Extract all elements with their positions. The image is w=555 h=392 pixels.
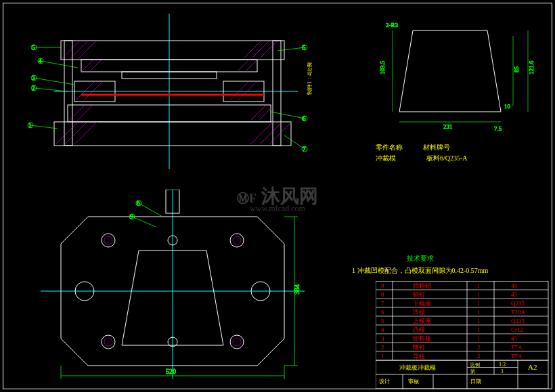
svg-text:挡料销: 挡料销 bbox=[413, 282, 431, 289]
svg-point-67 bbox=[233, 338, 241, 346]
svg-line-11 bbox=[62, 41, 80, 58]
svg-text:T7A: T7A bbox=[511, 344, 523, 351]
part-material: 板料6/Q235-A bbox=[426, 153, 468, 164]
svg-text:T7A: T7A bbox=[511, 353, 523, 360]
svg-point-58 bbox=[102, 234, 115, 247]
svg-text:1: 1 bbox=[477, 291, 481, 298]
svg-line-29 bbox=[230, 81, 249, 100]
svg-line-46 bbox=[271, 112, 305, 118]
dim-85: 85 bbox=[513, 66, 520, 73]
svg-text:2: 2 bbox=[477, 344, 481, 351]
svg-marker-79 bbox=[399, 30, 501, 112]
design-label: 设计 bbox=[379, 378, 390, 385]
svg-line-25 bbox=[237, 60, 249, 72]
part-info-block: 零件名称 材料牌号 冲裁模 板料6/Q235-A bbox=[376, 142, 468, 164]
leader-9: 9 bbox=[130, 213, 133, 220]
svg-text:45: 45 bbox=[511, 291, 518, 298]
drawing-title: 冲裁板冲裁模 bbox=[399, 364, 436, 371]
format-value: A2 bbox=[528, 363, 537, 371]
svg-line-12 bbox=[70, 41, 88, 58]
svg-line-31 bbox=[69, 105, 85, 121]
svg-text:45: 45 bbox=[511, 335, 518, 342]
svg-text:1: 1 bbox=[477, 282, 481, 289]
svg-point-61 bbox=[230, 335, 244, 349]
section-scale-label: 制件1：4比例 bbox=[307, 62, 313, 95]
svg-text:导柱: 导柱 bbox=[413, 353, 425, 360]
dim-1035: 103.5 bbox=[379, 60, 386, 74]
svg-point-60 bbox=[102, 335, 115, 349]
svg-line-48 bbox=[284, 135, 305, 149]
tech-req-title: 技术要求 bbox=[352, 254, 488, 263]
sheet-value: 1 bbox=[501, 368, 504, 374]
svg-text:T10A: T10A bbox=[511, 309, 525, 315]
svg-line-42 bbox=[30, 125, 58, 129]
svg-line-14 bbox=[244, 41, 261, 58]
svg-line-24 bbox=[89, 60, 102, 72]
svg-rect-9 bbox=[64, 41, 72, 146]
leader-6: 6 bbox=[303, 115, 306, 122]
svg-text:螺钉: 螺钉 bbox=[413, 344, 425, 351]
svg-text:5: 5 bbox=[381, 318, 384, 324]
svg-line-19 bbox=[74, 122, 97, 144]
title-block: 冲裁板冲裁模 比例 1:2 第 1 A2 设计 审核 日期 bbox=[376, 360, 552, 389]
svg-line-28 bbox=[84, 81, 103, 100]
svg-text:1: 1 bbox=[381, 353, 384, 360]
svg-text:卸料板: 卸料板 bbox=[413, 335, 431, 342]
svg-text:凸模: 凸模 bbox=[413, 326, 425, 333]
svg-point-64 bbox=[104, 236, 112, 244]
svg-text:上模座: 上模座 bbox=[413, 318, 431, 324]
svg-text:45: 45 bbox=[511, 282, 518, 289]
svg-point-59 bbox=[230, 234, 244, 247]
scale-value: 1:2 bbox=[499, 362, 506, 368]
svg-text:销钉: 销钉 bbox=[412, 291, 425, 298]
svg-text:3: 3 bbox=[381, 335, 384, 342]
dim-75: 7.5 bbox=[494, 125, 502, 132]
leader-4: 4 bbox=[39, 58, 42, 64]
svg-text:8: 8 bbox=[381, 291, 384, 298]
svg-line-16 bbox=[260, 41, 278, 58]
svg-text:2: 2 bbox=[381, 344, 384, 351]
svg-text:1: 1 bbox=[477, 309, 481, 315]
svg-line-40 bbox=[34, 88, 68, 91]
section-view: 5 3 2 1 5 6 7 4 制件1：4比例 bbox=[14, 14, 325, 169]
svg-line-33 bbox=[250, 105, 266, 121]
leader-1: 1 bbox=[28, 122, 32, 129]
svg-rect-10 bbox=[273, 41, 281, 146]
part-material-label: 材料牌号 bbox=[423, 142, 450, 153]
svg-rect-2 bbox=[61, 41, 284, 60]
svg-text:下模座: 下模座 bbox=[413, 300, 431, 307]
svg-text:7: 7 bbox=[381, 300, 384, 307]
bom-table: 9挡料销1458销钉1457下模座1Q2356凹模1T10A5上模座1Q2354… bbox=[376, 281, 552, 361]
scale-label: 比例 bbox=[470, 362, 480, 368]
part-name: 冲裁模 bbox=[376, 153, 396, 164]
svg-point-65 bbox=[233, 236, 241, 244]
sheet-label: 第 bbox=[470, 369, 475, 374]
part-profile: 2-R3 103.5 85 121.6 231 7.5 10 bbox=[365, 17, 541, 139]
svg-text:9: 9 bbox=[381, 282, 384, 289]
leader-7: 7 bbox=[303, 146, 306, 152]
svg-text:凹模: 凹模 bbox=[413, 309, 425, 315]
svg-line-23 bbox=[81, 60, 93, 72]
svg-line-17 bbox=[56, 122, 78, 144]
svg-line-26 bbox=[245, 60, 257, 72]
svg-line-20 bbox=[250, 122, 273, 144]
dim-231: 231 bbox=[443, 123, 453, 130]
svg-text:Q235: Q235 bbox=[511, 300, 525, 307]
plan-view: 8 9 520 384 bbox=[20, 190, 325, 386]
svg-line-68 bbox=[139, 203, 162, 217]
svg-line-15 bbox=[252, 41, 269, 58]
svg-text:1: 1 bbox=[477, 335, 481, 342]
dim-2r3: 2-R3 bbox=[386, 22, 399, 28]
svg-text:1: 1 bbox=[477, 300, 481, 307]
svg-text:Cr12: Cr12 bbox=[511, 326, 523, 333]
svg-text:4: 4 bbox=[381, 326, 384, 333]
svg-line-27 bbox=[76, 81, 95, 100]
tech-requirements: 技术要求 1 冲裁凹模配合，凸模双面间隙为0.42-0.57mm bbox=[352, 254, 488, 276]
svg-line-70 bbox=[132, 217, 156, 227]
part-name-label: 零件名称 bbox=[376, 142, 403, 153]
svg-line-34 bbox=[259, 108, 271, 121]
svg-text:Q235: Q235 bbox=[511, 318, 525, 324]
svg-line-44 bbox=[278, 47, 305, 51]
svg-line-13 bbox=[79, 41, 96, 58]
leader-8: 8 bbox=[137, 200, 140, 206]
